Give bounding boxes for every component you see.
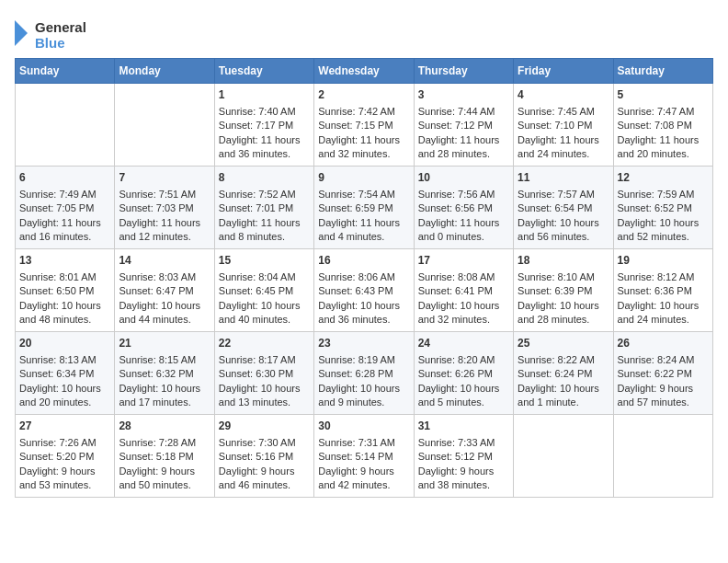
cell-text: Daylight: 10 hours and 44 minutes. (119, 299, 210, 327)
cell-text: Sunset: 6:47 PM (119, 284, 210, 298)
cell-text: Sunset: 6:41 PM (418, 284, 509, 298)
calendar-cell: 3Sunrise: 7:44 AMSunset: 7:12 PMDaylight… (414, 84, 513, 167)
cell-text: Sunrise: 7:47 AM (618, 105, 709, 119)
week-row-2: 6Sunrise: 7:49 AMSunset: 7:05 PMDaylight… (16, 167, 713, 249)
day-number: 27 (19, 419, 110, 434)
day-number: 24 (418, 336, 509, 351)
day-number: 13 (19, 253, 110, 269)
calendar-cell: 7Sunrise: 7:51 AMSunset: 7:03 PMDaylight… (115, 167, 214, 249)
calendar-cell: 30Sunrise: 7:31 AMSunset: 5:14 PMDayligh… (314, 415, 414, 498)
cell-text: Sunrise: 7:28 AM (119, 436, 210, 450)
cell-text: Daylight: 10 hours and 13 minutes. (219, 382, 310, 410)
cell-text: Daylight: 10 hours and 24 minutes. (618, 299, 709, 327)
cell-text: Daylight: 9 hours and 42 minutes. (318, 465, 409, 493)
day-number: 9 (318, 170, 409, 186)
day-number: 12 (618, 170, 709, 186)
page-header: General Blue General Blue (15, 15, 713, 51)
week-row-5: 27Sunrise: 7:26 AMSunset: 5:20 PMDayligh… (16, 415, 713, 498)
calendar-cell (613, 415, 712, 498)
cell-text: Daylight: 10 hours and 28 minutes. (518, 299, 609, 327)
day-header-saturday: Saturday (613, 59, 712, 84)
cell-text: Daylight: 11 hours and 20 minutes. (618, 133, 709, 162)
cell-text: Sunrise: 7:59 AM (618, 188, 709, 201)
calendar-cell: 21Sunrise: 8:15 AMSunset: 6:32 PMDayligh… (115, 332, 214, 415)
cell-text: Sunrise: 8:04 AM (219, 270, 310, 284)
week-row-3: 13Sunrise: 8:01 AMSunset: 6:50 PMDayligh… (16, 249, 713, 332)
cell-text: Daylight: 10 hours and 48 minutes. (19, 299, 110, 327)
cell-text: Daylight: 11 hours and 36 minutes. (219, 133, 310, 162)
day-number: 22 (219, 336, 310, 351)
cell-text: Sunrise: 8:13 AM (19, 353, 110, 367)
logo-general: General (35, 20, 86, 36)
calendar-cell: 13Sunrise: 8:01 AMSunset: 6:50 PMDayligh… (16, 249, 115, 332)
day-header-friday: Friday (514, 59, 613, 84)
day-number: 1 (219, 87, 310, 103)
cell-text: Daylight: 11 hours and 16 minutes. (19, 216, 110, 245)
day-header-sunday: Sunday (16, 59, 115, 84)
calendar-cell: 17Sunrise: 8:08 AMSunset: 6:41 PMDayligh… (414, 249, 513, 332)
cell-text: Daylight: 9 hours and 50 minutes. (119, 465, 210, 493)
calendar-cell: 25Sunrise: 8:22 AMSunset: 6:24 PMDayligh… (514, 332, 613, 415)
calendar-cell: 8Sunrise: 7:52 AMSunset: 7:01 PMDaylight… (214, 167, 313, 249)
cell-text: Daylight: 10 hours and 56 minutes. (518, 216, 609, 245)
cell-text: Daylight: 10 hours and 20 minutes. (19, 382, 110, 410)
cell-text: Sunrise: 7:40 AM (219, 105, 310, 119)
calendar-cell: 10Sunrise: 7:56 AMSunset: 6:56 PMDayligh… (414, 167, 513, 249)
cell-text: Sunset: 6:30 PM (219, 367, 310, 381)
cell-text: Sunset: 5:12 PM (418, 450, 509, 464)
cell-text: Sunset: 5:20 PM (19, 450, 110, 464)
day-number: 14 (119, 253, 210, 269)
calendar-cell: 6Sunrise: 7:49 AMSunset: 7:05 PMDaylight… (16, 167, 115, 249)
day-number: 29 (219, 419, 310, 434)
cell-text: Sunrise: 8:01 AM (19, 270, 110, 284)
cell-text: Sunset: 6:32 PM (119, 367, 210, 381)
cell-text: Sunrise: 8:24 AM (618, 353, 709, 367)
day-number: 15 (219, 253, 310, 269)
cell-text: Daylight: 10 hours and 32 minutes. (418, 299, 509, 327)
calendar-cell: 2Sunrise: 7:42 AMSunset: 7:15 PMDaylight… (314, 84, 414, 167)
calendar-cell: 28Sunrise: 7:28 AMSunset: 5:18 PMDayligh… (115, 415, 214, 498)
cell-text: Sunset: 6:34 PM (19, 367, 110, 381)
calendar-cell: 31Sunrise: 7:33 AMSunset: 5:12 PMDayligh… (414, 415, 513, 498)
cell-text: Sunset: 7:01 PM (219, 201, 310, 215)
day-number: 8 (219, 170, 310, 186)
cell-text: Sunset: 5:14 PM (318, 450, 409, 464)
day-header-thursday: Thursday (414, 59, 513, 84)
cell-text: Sunrise: 8:15 AM (119, 353, 210, 367)
calendar-cell (115, 84, 214, 167)
cell-text: Sunset: 6:54 PM (518, 201, 609, 215)
cell-text: Sunset: 6:22 PM (618, 367, 709, 381)
cell-text: Sunset: 6:39 PM (518, 284, 609, 298)
day-number: 19 (618, 253, 709, 269)
calendar-cell: 9Sunrise: 7:54 AMSunset: 6:59 PMDaylight… (314, 167, 414, 249)
day-number: 26 (618, 336, 709, 351)
cell-text: Sunset: 5:16 PM (219, 450, 310, 464)
cell-text: Daylight: 11 hours and 0 minutes. (418, 216, 509, 245)
cell-text: Sunrise: 7:57 AM (518, 188, 609, 201)
calendar-cell (514, 415, 613, 498)
day-header-tuesday: Tuesday (214, 59, 313, 84)
cell-text: Sunrise: 8:19 AM (318, 353, 409, 367)
cell-text: Daylight: 10 hours and 5 minutes. (418, 382, 509, 410)
cell-text: Daylight: 11 hours and 32 minutes. (318, 133, 409, 162)
cell-text: Daylight: 11 hours and 28 minutes. (418, 133, 509, 162)
day-number: 30 (318, 419, 409, 434)
day-number: 25 (518, 336, 609, 351)
cell-text: Sunset: 7:03 PM (119, 201, 210, 215)
calendar-cell: 27Sunrise: 7:26 AMSunset: 5:20 PMDayligh… (16, 415, 115, 498)
logo-blue: Blue (35, 36, 86, 52)
week-row-1: 1Sunrise: 7:40 AMSunset: 7:17 PMDaylight… (16, 84, 713, 167)
cell-text: Sunset: 7:17 PM (219, 119, 310, 132)
cell-text: Daylight: 10 hours and 40 minutes. (219, 299, 310, 327)
cell-text: Sunrise: 7:26 AM (19, 436, 110, 450)
calendar-cell: 14Sunrise: 8:03 AMSunset: 6:47 PMDayligh… (115, 249, 214, 332)
cell-text: Daylight: 10 hours and 9 minutes. (318, 382, 409, 410)
day-number: 16 (318, 253, 409, 269)
cell-text: Sunset: 6:59 PM (318, 201, 409, 215)
cell-text: Daylight: 11 hours and 12 minutes. (119, 216, 210, 245)
calendar-cell: 26Sunrise: 8:24 AMSunset: 6:22 PMDayligh… (613, 332, 712, 415)
cell-text: Sunset: 7:08 PM (618, 119, 709, 132)
cell-text: Sunrise: 8:03 AM (119, 270, 210, 284)
cell-text: Sunrise: 8:06 AM (318, 270, 409, 284)
calendar-cell: 22Sunrise: 8:17 AMSunset: 6:30 PMDayligh… (214, 332, 313, 415)
